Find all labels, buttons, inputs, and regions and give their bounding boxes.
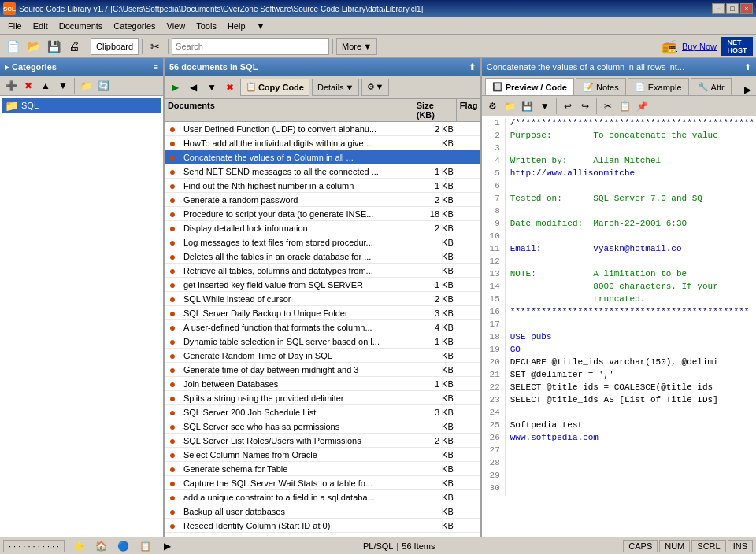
doc-row[interactable]: ● get inserted key field value from SQL … [165,278,480,292]
cat-down-button[interactable]: ▼ [55,78,71,94]
save-button[interactable]: 💾 [44,37,63,56]
menu-file[interactable]: File [3,20,27,32]
code-toolbar-btn1[interactable]: ⚙ [485,98,501,114]
doc-row[interactable]: ● Capture the SQL Server Wait Stats to a… [165,476,480,490]
doc-row[interactable]: ● SQL While instead of cursor 2 KB [165,292,480,306]
status-btn5[interactable]: ▶ [159,538,175,554]
cat-add-button[interactable]: ➕ [3,78,19,94]
doc-extra-button[interactable]: ⚙▼ [361,79,389,96]
code-line: 20 DECLARE @title_ids varchar(150), @del… [484,357,754,370]
doc-row-sql-icon: ● [165,236,180,249]
doc-row[interactable]: ● A user-defined function that formats t… [165,320,480,334]
doc-row[interactable]: ● Reseed Identity Column (Start ID at 0)… [165,519,480,533]
menu-view[interactable]: View [162,20,191,32]
tab-attr[interactable]: 🔧 Attr [691,78,732,95]
doc-row[interactable]: ● Find out the Nth highest number in a c… [165,179,480,193]
doc-row[interactable]: ● HowTo add all the individual digits wi… [165,136,480,150]
doc-play-button[interactable]: ▶ [168,79,183,95]
doc-row[interactable]: ● Send NET SEND messages to all the conn… [165,164,480,179]
menu-documents[interactable]: Documents [54,20,108,32]
doc-row[interactable]: ● add a unique constraint to a field in … [165,490,480,504]
status-dots: · · · · · · · · · · · [3,540,65,552]
category-tree[interactable]: 📁 SQL [0,96,163,537]
copy-code-label: Copy Code [258,83,304,92]
search-input[interactable] [172,38,329,55]
menu-edit[interactable]: Edit [28,20,53,32]
doc-row[interactable]: ● SQL Server see who has sa permissions … [165,419,480,434]
code-paste-button[interactable]: 📌 [635,98,650,114]
doc-delete-button[interactable]: ✖ [222,79,238,95]
doc-row-sql-icon: ● [165,264,180,277]
code-content[interactable]: 1 /*************************************… [482,116,756,537]
doc-row[interactable]: ● Concatenate the values of a Column in … [165,150,480,164]
doc-row[interactable]: ● Retrieve all tables, columns and datat… [165,264,480,278]
doc-row[interactable]: ● Select Column Names from Oracle KB [165,448,480,462]
more-button[interactable]: More ▼ [336,38,377,55]
buy-now-area[interactable]: 📻 Buy Now NETHOST [662,37,753,56]
doc-row[interactable]: ● Backup all user databases KB [165,504,480,519]
doc-row[interactable]: ● Generate a random password 2 KB [165,193,480,207]
menu-categories[interactable]: Categories [109,20,160,32]
doc-row[interactable]: ● Dynamic table selection in SQL server … [165,334,480,349]
tab-preview-code-label: Preview / Code [506,83,567,92]
menu-tools[interactable]: Tools [191,20,221,32]
doc-row[interactable]: ● Join between Databases 1 KB [165,377,480,391]
menu-dropdown[interactable]: ▼ [252,20,270,32]
doc-back-button[interactable]: ◀ [186,79,202,95]
tab-example[interactable]: 📄 Example [628,78,689,95]
doc-row[interactable]: ● User Defined Function (UDF) to convert… [165,122,480,136]
buy-now-link[interactable]: Buy Now [682,42,717,51]
tree-item-sql[interactable]: 📁 SQL [2,98,161,113]
tab-notes[interactable]: 📝 Notes [576,78,626,95]
doc-row[interactable]: ● Generate schema for Table KB [165,462,480,476]
doc-row[interactable]: ● Generate time of day between midnight … [165,363,480,377]
maximize-button[interactable]: □ [726,3,739,14]
code-redo-button[interactable]: ↪ [577,98,593,114]
code-toolbar-btn4[interactable]: ▼ [537,98,553,114]
code-line: 4 Written by: Allan Mitchel [484,156,754,168]
cat-delete-button[interactable]: ✖ [20,78,36,94]
copy-code-button[interactable]: 📋 Copy Code [240,79,309,96]
clipboard-label: Clipboard [96,42,133,51]
title-bar: SCL Source Code Library v1.7 [C:\Users\S… [0,0,756,17]
doc-row[interactable]: ● Generate Random Time of Day in SQL KB [165,349,480,363]
menu-help[interactable]: Help [223,20,250,32]
code-cut-button[interactable]: ✂ [600,98,616,114]
doc-row[interactable]: ● SQL Server Daily Backup to Unique Fold… [165,306,480,320]
code-undo-button[interactable]: ↩ [560,98,576,114]
status-btn3[interactable]: 🔵 [115,538,131,554]
cat-refresh-button[interactable]: 🔄 [95,78,111,94]
doc-row[interactable]: ● Log messages to text files from stored… [165,235,480,249]
doc-row-sql-icon: ● [165,463,180,475]
doc-row[interactable]: ● SQL Server List Roles/Users with Permi… [165,434,480,448]
doc-add-button[interactable]: ▼ [204,79,220,95]
code-toolbar-btn2[interactable]: 📁 [502,98,518,114]
status-btn2[interactable]: 🏠 [93,538,109,554]
new-button[interactable]: 📄 [3,37,22,56]
tab-preview-code[interactable]: 🔲 Preview / Code [485,78,574,95]
open-button[interactable]: 📂 [24,37,43,56]
tabs-more-arrow[interactable]: ▶ [739,84,756,95]
cat-folder-button[interactable]: 📁 [78,78,94,94]
line-number: 10 [484,231,506,244]
clipboard-area[interactable]: Clipboard [91,38,139,55]
cat-up-button[interactable]: ▲ [38,78,54,94]
code-copy-button[interactable]: 📋 [617,98,633,114]
status-btn4[interactable]: 📋 [137,538,153,554]
close-button[interactable]: × [740,3,753,14]
doc-row[interactable]: ● Splits a string using the provided del… [165,391,480,405]
line-number: 2 [484,131,506,143]
doc-row[interactable]: ● Procedure to script your data (to gene… [165,207,480,221]
line-number: 4 [484,156,506,168]
doc-row[interactable]: ● SQL Server 200 Job Schedule List 3 KB [165,405,480,419]
scissors-button[interactable]: ✂ [146,37,165,56]
doc-row-name: Generate Random Time of Day in SQL [180,350,413,361]
print-button[interactable]: 🖨 [65,37,83,56]
window-controls[interactable]: − □ × [712,3,753,14]
code-toolbar-btn3[interactable]: 💾 [520,98,536,114]
status-btn1[interactable]: ⭐ [71,538,87,554]
doc-row[interactable]: ● Display detailed lock information 2 KB [165,221,480,235]
details-button[interactable]: Details ▼ [312,79,360,96]
doc-row[interactable]: ● Deletes all the tables in an oracle da… [165,249,480,264]
minimize-button[interactable]: − [712,3,724,14]
